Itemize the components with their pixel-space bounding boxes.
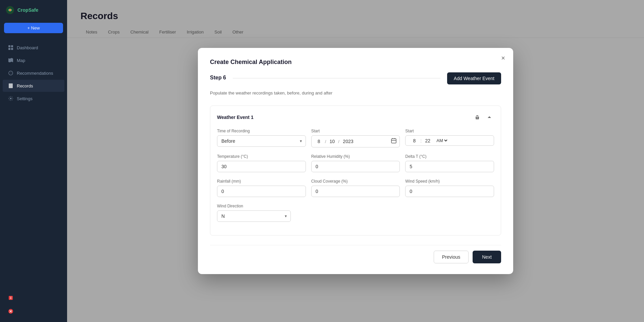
form-row-time-date: Time of Recording Before During After St… <box>217 129 494 147</box>
sidebar-item-recommendations[interactable]: Recommendations <box>3 67 64 79</box>
delete-weather-event-button[interactable] <box>473 113 482 122</box>
temperature-input[interactable] <box>217 161 306 172</box>
sidebar-bottom <box>0 287 67 322</box>
sidebar-item-records[interactable]: Records <box>3 80 64 92</box>
time-sep: : <box>420 138 422 143</box>
form-row-temp-humidity-delta: Temperature (°C) Relative Humidity (%) D… <box>217 154 494 172</box>
start-time-minute[interactable] <box>423 138 432 143</box>
modal-overlay: × Create Chemical Application Step 6 Add… <box>67 0 644 322</box>
sidebar-item-settings[interactable]: Settings <box>3 92 64 105</box>
sidebar-item-records-label: Records <box>17 83 33 88</box>
form-group-start-time: Start : AM PM <box>405 129 494 147</box>
modal-close-button[interactable]: × <box>501 55 505 61</box>
records-icon <box>8 83 13 88</box>
wind-direction-select-wrapper: N NE E SE S SW W NW <box>217 210 291 222</box>
svg-rect-5 <box>11 48 13 50</box>
settings-icon <box>8 96 13 101</box>
svg-point-1 <box>9 9 11 11</box>
collapse-weather-event-button[interactable] <box>485 113 494 122</box>
svg-rect-4 <box>8 48 10 50</box>
sidebar-item-map[interactable]: Map <box>3 54 64 66</box>
weather-event-header: Weather Event 1 <box>217 113 494 122</box>
form-group-time-of-recording: Time of Recording Before During After <box>217 129 306 147</box>
weather-event-actions <box>473 113 494 122</box>
notification-icon-btn[interactable] <box>5 293 16 303</box>
map-icon <box>8 58 13 63</box>
time-input-group: : AM PM <box>405 135 494 146</box>
app-name: CropSafe <box>17 7 38 13</box>
sidebar-item-recommendations-label: Recommendations <box>17 71 53 76</box>
form-group-wind-speed: Wind Speed (km/h) <box>405 179 494 197</box>
rainfall-label: Rainfall (mm) <box>217 179 306 184</box>
dashboard-icon <box>8 45 13 50</box>
calendar-icon[interactable] <box>391 138 397 145</box>
form-group-delta-t: Delta T (°C) <box>405 154 494 172</box>
start-date-day[interactable] <box>314 139 324 144</box>
form-group-start-date: Start / / <box>311 129 400 147</box>
svg-rect-2 <box>8 45 10 47</box>
sidebar-nav: Dashboard Map Recommendations Records <box>0 41 67 105</box>
svg-rect-3 <box>11 45 13 47</box>
start-date-year[interactable] <box>341 139 356 144</box>
date-sep-1: / <box>325 139 326 144</box>
start-time-ampm[interactable]: AM PM <box>435 138 448 143</box>
form-group-temperature: Temperature (°C) <box>217 154 306 172</box>
rainfall-input[interactable] <box>217 186 306 197</box>
modal-title: Create Chemical Application <box>210 59 501 66</box>
wind-speed-label: Wind Speed (km/h) <box>405 179 494 184</box>
time-of-recording-label: Time of Recording <box>217 129 306 133</box>
form-group-cloud-coverage: Cloud Coverage (%) <box>311 179 400 197</box>
sidebar: CropSafe + New Dashboard Map Recommendat… <box>0 0 67 322</box>
recommendations-icon <box>8 70 13 76</box>
app-logo-icon <box>5 5 15 15</box>
start-time-label: Start <box>405 129 494 133</box>
next-button[interactable]: Next <box>473 251 501 263</box>
humidity-input[interactable] <box>311 161 400 172</box>
wind-direction-select[interactable]: N NE E SE S SW W NW <box>217 210 291 222</box>
modal-step-row: Step 6 Add Weather Event <box>210 72 501 84</box>
step-divider <box>233 78 440 78</box>
humidity-label: Relative Humidity (%) <box>311 154 400 159</box>
svg-rect-10 <box>391 139 396 143</box>
trash-icon <box>475 115 480 120</box>
date-sep-2: / <box>338 139 339 144</box>
new-button[interactable]: + New <box>4 23 63 33</box>
wind-speed-input[interactable] <box>405 186 494 197</box>
weather-event-card: Weather Event 1 <box>210 106 501 236</box>
sidebar-item-dashboard-label: Dashboard <box>17 45 38 50</box>
bug-icon-btn[interactable] <box>5 306 16 317</box>
cloud-coverage-label: Cloud Coverage (%) <box>311 179 400 184</box>
form-row-rainfall-cloud-wind: Rainfall (mm) Cloud Coverage (%) Wind Sp… <box>217 179 494 197</box>
svg-rect-8 <box>9 296 13 300</box>
time-of-recording-select-wrapper: Before During After <box>217 135 306 147</box>
svg-point-7 <box>10 98 12 100</box>
start-date-month[interactable] <box>327 139 337 144</box>
sidebar-logo: CropSafe <box>0 0 67 20</box>
time-of-recording-select[interactable]: Before During After <box>217 135 306 147</box>
date-input-group: / / <box>311 135 400 147</box>
delta-t-input[interactable] <box>405 161 494 172</box>
previous-button[interactable]: Previous <box>434 251 469 263</box>
weather-event-title: Weather Event 1 <box>217 115 254 120</box>
chevron-up-icon <box>487 115 492 120</box>
start-time-hour[interactable] <box>410 138 419 143</box>
modal: × Create Chemical Application Step 6 Add… <box>198 48 513 274</box>
form-group-humidity: Relative Humidity (%) <box>311 154 400 172</box>
form-row-wind-direction: Wind Direction N NE E SE S SW W NW <box>217 204 494 222</box>
modal-footer: Previous Next <box>210 245 501 263</box>
temperature-label: Temperature (°C) <box>217 154 306 159</box>
form-group-wind-direction: Wind Direction N NE E SE S SW W NW <box>217 204 291 222</box>
sidebar-item-settings-label: Settings <box>17 96 33 101</box>
start-date-label: Start <box>311 129 400 133</box>
form-group-rainfall: Rainfall (mm) <box>217 179 306 197</box>
sidebar-item-dashboard[interactable]: Dashboard <box>3 42 64 54</box>
cloud-coverage-input[interactable] <box>311 186 400 197</box>
delta-t-label: Delta T (°C) <box>405 154 494 159</box>
main-content: Records Notes Crops Chemical Fertiliser … <box>67 0 644 322</box>
sidebar-item-map-label: Map <box>17 58 25 63</box>
step-label: Step 6 <box>210 75 226 81</box>
alert-icon <box>7 295 14 301</box>
step-description: Populate the weather recordings taken, b… <box>210 90 501 96</box>
add-weather-event-button[interactable]: Add Weather Event <box>447 72 501 84</box>
bug-icon <box>7 308 14 315</box>
